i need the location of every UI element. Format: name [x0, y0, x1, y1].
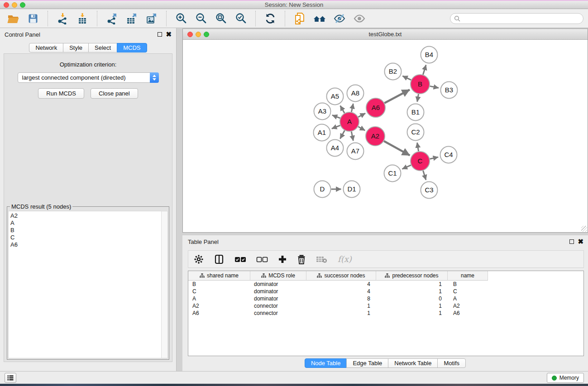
network-canvas[interactable]: AA6A2BCA5A8A3A1A4A7B2B4B3B1C2C4C1C3DD1: [183, 40, 588, 232]
delete-table-button[interactable]: [316, 255, 328, 264]
edge-A-A6[interactable]: [358, 113, 365, 117]
table-row[interactable]: A dominator 8 0 A: [188, 295, 583, 302]
node-label-A8: A8: [351, 89, 359, 97]
window-resize-grip[interactable]: [581, 226, 587, 232]
run-mcds-button[interactable]: Run MCDS: [38, 88, 84, 99]
first-neighbors-button[interactable]: [311, 11, 328, 26]
show-all-button[interactable]: [351, 11, 368, 26]
edge-A2-C[interactable]: [384, 141, 410, 156]
open-folder-icon: [7, 13, 19, 24]
edge-B-B4[interactable]: [423, 65, 426, 75]
table-row[interactable]: C dominator 4 1 C: [188, 288, 583, 295]
zoom-in-button[interactable]: [172, 11, 190, 26]
close-panel-icon[interactable]: ✖: [166, 32, 172, 37]
edge-A-A4[interactable]: [340, 130, 344, 138]
result-list-scrollbar[interactable]: [161, 211, 167, 358]
table-row[interactable]: B dominator 4 1 B: [188, 281, 583, 288]
edge-C-C1[interactable]: [402, 165, 411, 169]
tab-node-table[interactable]: Node Table: [305, 358, 347, 368]
edge-A-A2[interactable]: [358, 127, 365, 131]
close-window-button[interactable]: [4, 2, 9, 8]
zoom-in-icon: [175, 12, 187, 24]
tab-edge-table[interactable]: Edge Table: [346, 358, 388, 368]
import-network-button[interactable]: [54, 11, 71, 26]
tab-network[interactable]: Network: [29, 43, 63, 52]
select-all-rows-button[interactable]: [234, 256, 246, 262]
edge-C-C3[interactable]: [423, 171, 426, 180]
edge-A6-B[interactable]: [384, 90, 410, 103]
tab-style[interactable]: Style: [63, 43, 89, 52]
close-network-window-button[interactable]: [187, 32, 193, 37]
delete-column-button[interactable]: [297, 254, 306, 264]
zoom-selected-button[interactable]: [232, 11, 249, 26]
deselect-all-icon: [256, 256, 268, 262]
column-header-mcds-role[interactable]: MCDS role: [250, 271, 306, 281]
column-header-successor-nodes[interactable]: successor nodes: [306, 271, 376, 281]
result-item[interactable]: A6: [9, 241, 167, 248]
tab-motifs[interactable]: Motifs: [437, 358, 466, 368]
node-label-C: C: [418, 157, 423, 165]
export-network-button[interactable]: [103, 11, 120, 26]
edge-B-B1[interactable]: [417, 94, 419, 102]
column-header-name[interactable]: name: [448, 271, 488, 281]
export-table-button[interactable]: [123, 11, 140, 26]
deselect-all-rows-button[interactable]: [256, 256, 268, 262]
zoom-window-button[interactable]: [20, 2, 25, 8]
float-table-panel-icon[interactable]: [569, 239, 574, 244]
table-row[interactable]: A2 connector 1 1 A2: [188, 302, 583, 310]
edge-A-A8[interactable]: [351, 104, 353, 112]
duplicate-network-button[interactable]: [291, 11, 308, 26]
close-panel-button[interactable]: Close panel: [91, 88, 138, 99]
edge-A-A5[interactable]: [340, 105, 344, 113]
search-field[interactable]: [450, 13, 583, 24]
zoom-network-window-button[interactable]: [204, 32, 209, 37]
show-columns-button[interactable]: [214, 254, 225, 265]
zoom-out-button[interactable]: [192, 11, 210, 26]
tab-mcds[interactable]: MCDS: [117, 43, 147, 52]
minimize-network-window-button[interactable]: [196, 32, 201, 37]
close-table-panel-icon[interactable]: ✖: [578, 239, 583, 244]
tab-select[interactable]: Select: [88, 43, 117, 52]
table-row[interactable]: A6 connector 1 1 A6: [188, 310, 583, 317]
show-panels-button[interactable]: [5, 373, 16, 383]
table-settings-button[interactable]: [194, 254, 204, 264]
criterion-select[interactable]: largest connected component (directed): [18, 72, 159, 83]
result-item[interactable]: A: [9, 219, 167, 227]
function-builder-button[interactable]: f(x): [338, 254, 352, 264]
result-item[interactable]: C: [9, 234, 167, 241]
edge-C-C2[interactable]: [417, 143, 419, 151]
zoom-fit-button[interactable]: [212, 11, 229, 26]
network-canvas-container: AA6A2BCA5A8A3A1A4A7B2B4B3B1C2C4C1C3DD1: [183, 40, 588, 232]
export-image-button[interactable]: [143, 11, 160, 26]
edge-A-A3[interactable]: [332, 115, 340, 118]
edge-B-B2[interactable]: [402, 76, 411, 80]
edge-A-A1[interactable]: [332, 125, 340, 129]
columns-icon: [214, 254, 225, 265]
save-session-button[interactable]: [24, 11, 42, 26]
float-panel-icon[interactable]: [158, 32, 162, 37]
column-header-predecessor-nodes[interactable]: predecessor nodes: [376, 271, 448, 281]
result-item[interactable]: B: [9, 227, 167, 234]
network-window-titlebar[interactable]: testGlobe.txt: [183, 29, 588, 40]
add-column-button[interactable]: [278, 255, 287, 264]
column-header-shared-name[interactable]: shared name: [188, 271, 250, 281]
refresh-view-button[interactable]: [262, 11, 279, 26]
edge-A-A7[interactable]: [351, 132, 353, 141]
attribute-icon: [385, 273, 390, 278]
edge-C-C4[interactable]: [430, 157, 439, 159]
open-session-button[interactable]: [5, 11, 22, 26]
table-panel-title: Table Panel: [188, 238, 219, 245]
memory-button[interactable]: Memory: [547, 373, 584, 383]
edge-B-B3[interactable]: [430, 86, 439, 88]
node-label-B3: B3: [445, 86, 453, 94]
result-item[interactable]: A2: [9, 212, 167, 219]
mcds-result-list[interactable]: A2 A B C A6: [8, 211, 168, 358]
tab-network-table[interactable]: Network Table: [388, 358, 438, 368]
search-input[interactable]: [463, 15, 579, 22]
minimize-window-button[interactable]: [12, 2, 17, 8]
toolbar-separator: [166, 11, 167, 26]
zoom-fit-icon: [215, 12, 227, 24]
import-table-button[interactable]: [74, 11, 91, 26]
node-label-B: B: [418, 80, 422, 88]
hide-selected-button[interactable]: [331, 11, 348, 26]
